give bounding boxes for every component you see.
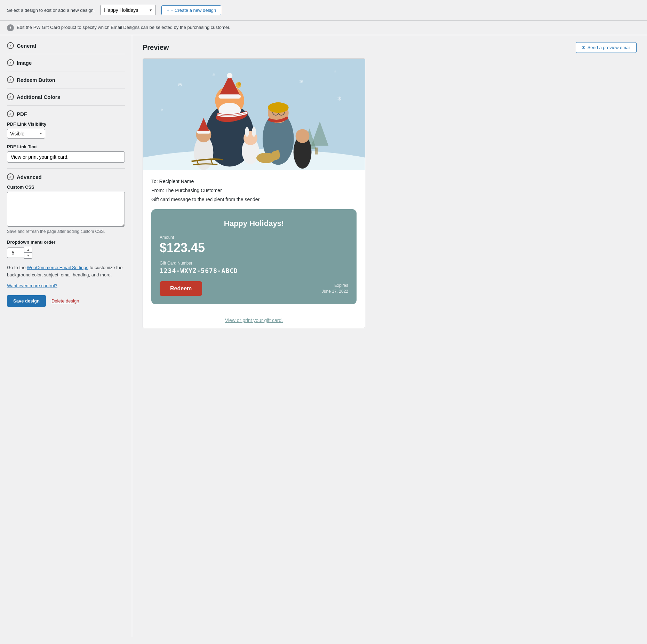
- gc-number: 1234-WXYZ-5678-ABCD: [160, 267, 348, 274]
- pdf-link-text-label: PDF Link Text: [7, 144, 125, 149]
- pdf-visibility-select[interactable]: Visible Hidden: [7, 129, 45, 139]
- email-preview-card: ❄ ❄ ❄ ❄ ❄ ❄ To: Recipie: [143, 58, 365, 328]
- section-general-label: General: [17, 43, 36, 49]
- settings-text: Go to the WooCommerce Email Settings to …: [7, 264, 125, 279]
- preview-area: Preview ✉ Send a preview email: [132, 35, 647, 637]
- svg-point-16: [268, 102, 289, 113]
- view-print-link[interactable]: View or print your gift card.: [225, 317, 283, 323]
- design-select[interactable]: Happy Holidays Christmas Classic Birthda…: [100, 5, 156, 15]
- section-image-label: Image: [17, 60, 32, 66]
- svg-text:❄: ❄: [334, 70, 336, 73]
- preview-footer: View or print your gift card.: [143, 313, 365, 328]
- pdf-visibility-label: PDF Link Visibility: [7, 121, 125, 127]
- chevron-redeem-icon: ✓: [7, 76, 14, 83]
- section-colors-label: Additional Colors: [17, 94, 60, 100]
- gc-expires: Expires June 17, 2022: [322, 283, 348, 294]
- redeem-button[interactable]: Redeem: [160, 281, 202, 296]
- section-additional-colors[interactable]: ✓ Additional Colors: [7, 93, 125, 100]
- divider-image: [7, 71, 125, 71]
- pdf-link-text-input[interactable]: [7, 151, 125, 163]
- send-preview-label: Send a preview email: [588, 45, 631, 50]
- woo-settings-link[interactable]: WooCommerce Email Settings: [27, 265, 88, 270]
- create-design-label: + Create a new design: [171, 8, 216, 13]
- preview-to: To: Recipient Name: [151, 179, 357, 184]
- pdf-visibility-select-wrapper: Visible Hidden: [7, 129, 45, 139]
- save-design-button[interactable]: Save design: [7, 295, 46, 307]
- custom-css-hint: Save and refresh the page after adding c…: [7, 229, 125, 234]
- svg-point-39: [238, 82, 241, 86]
- dropdown-order-stepper: ▲ ▼: [7, 247, 125, 259]
- dropdown-order-input[interactable]: [7, 248, 24, 258]
- stepper-down-button[interactable]: ▼: [24, 253, 32, 258]
- svg-rect-9: [218, 94, 241, 99]
- svg-point-24: [252, 127, 256, 137]
- section-redeem-label: Redeem Button: [17, 77, 55, 83]
- preview-header: Preview ✉ Send a preview email: [143, 42, 637, 53]
- plus-icon: +: [167, 8, 169, 13]
- svg-text:❄: ❄: [299, 79, 303, 84]
- gc-expires-date: June 17, 2022: [322, 289, 348, 294]
- chevron-colors-icon: ✓: [7, 93, 14, 100]
- section-image[interactable]: ✓ Image: [7, 59, 125, 66]
- pdf-link-visibility-group: PDF Link Visibility Visible Hidden: [7, 121, 125, 139]
- holiday-illustration: ❄ ❄ ❄ ❄ ❄ ❄: [143, 59, 365, 170]
- section-pdf-label: PDF: [17, 111, 27, 117]
- pdf-link-text-group: PDF Link Text: [7, 144, 125, 163]
- design-select-label: Select a design to edit or add a new des…: [7, 8, 95, 13]
- divider-redeem: [7, 88, 125, 88]
- want-control-link[interactable]: Want even more control?: [7, 283, 125, 288]
- top-bar: Select a design to edit or add a new des…: [0, 0, 647, 21]
- chevron-general-icon: ✓: [7, 42, 14, 49]
- svg-text:❄: ❄: [178, 82, 182, 88]
- custom-css-group: Custom CSS Save and refresh the page aft…: [7, 184, 125, 234]
- preview-message: Gift card message to the recipient from …: [151, 197, 357, 202]
- section-general[interactable]: ✓ General: [7, 42, 125, 49]
- main-layout: ✓ General ✓ Image ✓ Redeem Button ✓ Addi…: [0, 35, 647, 637]
- divider-general: [7, 54, 125, 54]
- svg-text:❄: ❄: [337, 96, 342, 102]
- gc-title: Happy Holidays!: [160, 219, 348, 228]
- design-select-wrapper: Happy Holidays Christmas Classic Birthda…: [100, 5, 156, 15]
- svg-text:❄: ❄: [160, 108, 163, 112]
- svg-point-10: [227, 73, 232, 78]
- preview-image-area: ❄ ❄ ❄ ❄ ❄ ❄: [143, 59, 365, 170]
- delete-design-link[interactable]: Delete design: [51, 298, 79, 304]
- chevron-image-icon: ✓: [7, 59, 14, 66]
- info-text: Edit the PW Gift Card product to specify…: [17, 24, 230, 31]
- section-advanced-label: Advanced: [17, 174, 42, 180]
- gc-number-label: Gift Card Number: [160, 261, 348, 266]
- dropdown-order-group: Dropdown menu order ▲ ▼: [7, 239, 125, 259]
- chevron-pdf-icon: ✓: [7, 110, 14, 117]
- section-pdf[interactable]: ✓ PDF: [7, 110, 125, 117]
- svg-text:❄: ❄: [212, 72, 216, 77]
- chevron-advanced-icon: ✓: [7, 173, 14, 180]
- dropdown-order-label: Dropdown menu order: [7, 239, 125, 245]
- send-preview-email-button[interactable]: ✉ Send a preview email: [576, 42, 637, 53]
- gift-card-box: Happy Holidays! Amount $123.45 Gift Card…: [151, 209, 357, 304]
- custom-css-label: Custom CSS: [7, 184, 125, 190]
- svg-point-29: [275, 150, 280, 157]
- create-design-button[interactable]: + + Create a new design: [161, 5, 221, 15]
- section-advanced[interactable]: ✓ Advanced: [7, 173, 125, 180]
- divider-advanced: [7, 168, 125, 168]
- custom-css-textarea[interactable]: [7, 192, 125, 227]
- svg-point-26: [296, 129, 310, 143]
- preview-title: Preview: [143, 44, 169, 52]
- info-icon: i: [7, 24, 14, 31]
- preview-body: To: Recipient Name From: The Purchasing …: [143, 170, 365, 313]
- svg-rect-4: [315, 148, 318, 155]
- actions-row: Save design Delete design: [7, 295, 125, 307]
- info-bar: i Edit the PW Gift Card product to speci…: [0, 21, 647, 35]
- stepper-buttons: ▲ ▼: [24, 247, 32, 259]
- gc-expires-label: Expires: [334, 283, 348, 288]
- svg-rect-20: [197, 131, 210, 134]
- gc-amount-label: Amount: [160, 235, 348, 240]
- preview-from: From: The Purchasing Customer: [151, 188, 357, 193]
- stepper-up-button[interactable]: ▲: [24, 247, 32, 253]
- divider-colors: [7, 105, 125, 105]
- envelope-icon: ✉: [582, 45, 585, 50]
- gc-amount: $123.45: [160, 241, 348, 255]
- svg-point-23: [245, 127, 249, 137]
- section-redeem-button[interactable]: ✓ Redeem Button: [7, 76, 125, 83]
- gc-bottom-row: Redeem Expires June 17, 2022: [160, 281, 348, 296]
